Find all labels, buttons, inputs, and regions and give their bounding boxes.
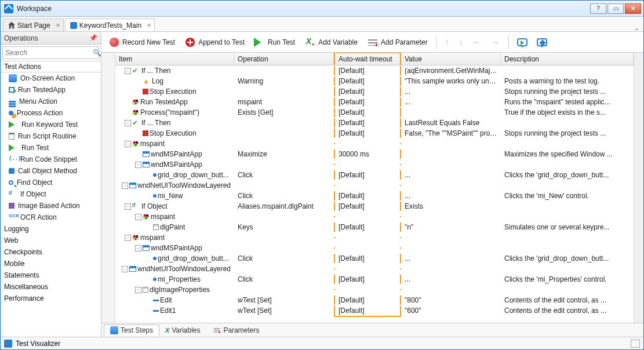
- operation-item[interactable]: Run Script Routine: [1, 130, 101, 142]
- table-row[interactable]: -wndNetUIToolWindowLayered: [115, 180, 634, 191]
- value-cell: ...: [401, 87, 501, 96]
- operation-item[interactable]: Call Object Method: [1, 165, 101, 177]
- record-new-test-button[interactable]: Record New Test: [105, 35, 179, 49]
- table-row[interactable]: -mspaint: [115, 138, 634, 149]
- table-row[interactable]: -wndMSPaintApp: [115, 243, 634, 253]
- expand-toggle[interactable]: -: [135, 245, 141, 251]
- move-left-button[interactable]: ←: [469, 36, 485, 49]
- value-cell: "n": [401, 223, 501, 232]
- expand-toggle[interactable]: -: [135, 287, 141, 293]
- tab-start-page[interactable]: Start Page ✕: [3, 19, 64, 31]
- table-row[interactable]: -wndMSPaintApp: [115, 159, 634, 170]
- expand-toggle[interactable]: -: [125, 68, 131, 74]
- expand-toggle[interactable]: -: [122, 266, 128, 272]
- operation-item[interactable]: OCROCR Action: [1, 212, 101, 223]
- test-steps-grid[interactable]: Item Operation Auto-wait timeout Value D…: [115, 53, 634, 323]
- category-item[interactable]: Statements: [1, 269, 101, 281]
- move-up-button[interactable]: ↑: [441, 36, 453, 49]
- operation-item[interactable]: Find Object: [1, 177, 101, 188]
- table-row[interactable]: Stop Execution [Default] False, "The ""M…: [115, 128, 634, 138]
- vertical-scrollbar[interactable]: [634, 53, 643, 323]
- tab-variables[interactable]: XVariables: [159, 325, 206, 336]
- table-row[interactable]: Run TestedApp mspaint [Default] ... Runs…: [115, 97, 634, 107]
- close-icon[interactable]: ✕: [56, 22, 60, 28]
- column-auto-wait-timeout[interactable]: Auto-wait timeout: [334, 53, 401, 65]
- category-item[interactable]: Web: [1, 235, 101, 246]
- category-item[interactable]: Performance: [1, 293, 101, 304]
- expand-toggle[interactable]: -: [125, 141, 131, 147]
- tab-parameters[interactable]: Parameters: [206, 325, 265, 336]
- table-row[interactable]: mi_Properties Click [Default] ... Clicks…: [115, 274, 634, 285]
- table-row[interactable]: -mspaint: [115, 212, 634, 222]
- category-item[interactable]: Checkpoints: [1, 246, 101, 258]
- operation-item[interactable]: IfIf Object: [1, 188, 101, 200]
- run-test-button[interactable]: Run Test: [250, 35, 299, 49]
- category-item[interactable]: Miscellaneous: [1, 281, 101, 293]
- help-button[interactable]: ?: [590, 3, 606, 14]
- table-row[interactable]: mi_New Click [Default] ... Clicks the 'm…: [115, 191, 634, 201]
- expand-toggle[interactable]: -: [125, 120, 131, 126]
- operation-item[interactable]: Menu Action: [1, 96, 101, 107]
- maximize-button[interactable]: ▭: [607, 3, 624, 14]
- tab-keywordtests-main[interactable]: KeywordTests_Main ✕: [65, 19, 155, 31]
- operation-item[interactable]: Image Based Action: [1, 200, 101, 212]
- operation-cell: Exists [Get]: [234, 108, 334, 117]
- expand-toggle[interactable]: -: [125, 235, 131, 241]
- operations-search[interactable]: 🔍: [2, 46, 99, 59]
- expand-toggle[interactable]: -: [125, 203, 131, 210]
- check-icon: ✔: [132, 119, 140, 127]
- column-value[interactable]: Value: [401, 53, 501, 65]
- visualizer-label[interactable]: Test Visualizer: [16, 340, 60, 348]
- table-row[interactable]: Edit wText [Set] [Default] "800" Content…: [115, 295, 634, 305]
- table-row[interactable]: grid_drop_down_butt... Click [Default] .…: [115, 170, 634, 180]
- close-button[interactable]: ✕: [625, 3, 641, 14]
- column-description[interactable]: Description: [501, 53, 634, 65]
- operation-item[interactable]: On-Screen Action: [1, 72, 101, 84]
- category-test-actions[interactable]: Test Actions: [1, 61, 101, 72]
- table-row[interactable]: grid_drop_down_butt... Click [Default] .…: [115, 253, 634, 264]
- table-row[interactable]: wndMSPaintApp Maximize 30000 ms Maximize…: [115, 149, 634, 159]
- move-down-button[interactable]: ↓: [455, 36, 467, 49]
- table-row[interactable]: -✔If ... Then [Default] LastResult Equal…: [115, 118, 634, 128]
- table-row[interactable]: dlgPaint Keys [Default] "n" Simulates on…: [115, 222, 634, 232]
- restore-panel-button[interactable]: [631, 340, 640, 348]
- expand-toggle[interactable]: -: [135, 214, 141, 220]
- item-text: If Object: [141, 202, 168, 210]
- tab-test-steps[interactable]: Test Steps: [104, 325, 159, 336]
- table-row[interactable]: -wndNetUIToolWindowLayered: [115, 264, 634, 274]
- category-item[interactable]: Mobile: [1, 258, 101, 269]
- close-icon[interactable]: ✕: [147, 22, 151, 28]
- item-text: If ... Then: [141, 119, 170, 127]
- table-row[interactable]: -dlgImageProperties: [115, 285, 634, 295]
- value-cell: [401, 289, 501, 290]
- comment-tag-button[interactable]: [533, 37, 551, 48]
- search-icon[interactable]: 🔍: [93, 49, 101, 57]
- table-row[interactable]: Edit1 wText [Set] [Default] "600" Conten…: [115, 305, 634, 316]
- add-variable-button[interactable]: X+Add Variable: [301, 35, 361, 49]
- table-row[interactable]: Stop Execution [Default] ... Stops runni…: [115, 86, 634, 97]
- operation-item[interactable]: Process Action: [1, 107, 101, 119]
- item-text: mi_Properties: [158, 275, 201, 283]
- table-row[interactable]: -IfIf Object Aliases.mspaint.dlgPaint [D…: [115, 201, 634, 212]
- operation-item[interactable]: Run Keyword Test: [1, 119, 101, 130]
- category-item[interactable]: Logging: [1, 223, 101, 235]
- table-row[interactable]: -✔If ... Then [Default] (aqEnvironment.G…: [115, 65, 634, 76]
- comment-play-button[interactable]: [514, 37, 531, 48]
- table-row[interactable]: -mspaint: [115, 232, 634, 243]
- move-right-button[interactable]: →: [487, 36, 504, 49]
- row-icon: [132, 235, 139, 240]
- tabs-overflow-button[interactable]: ⌄: [634, 25, 639, 31]
- column-item[interactable]: Item: [115, 53, 234, 65]
- search-input[interactable]: [5, 49, 93, 57]
- column-operation[interactable]: Operation: [234, 53, 334, 65]
- append-to-test-button[interactable]: Append to Test: [181, 35, 248, 49]
- table-row[interactable]: ▲Log Warning [Default] "This sample work…: [115, 76, 634, 86]
- expand-toggle[interactable]: -: [122, 183, 128, 189]
- operation-item[interactable]: Run TestedApp: [1, 84, 101, 96]
- operation-item[interactable]: Run Test: [1, 142, 101, 154]
- pin-icon[interactable]: 📌: [89, 34, 97, 42]
- operation-item[interactable]: {..}Run Code Snippet: [1, 154, 101, 165]
- add-parameter-button[interactable]: Add Parameter: [363, 35, 431, 49]
- table-row[interactable]: Process("mspaint") Exists [Get] [Default…: [115, 107, 634, 118]
- expand-toggle[interactable]: -: [135, 162, 141, 168]
